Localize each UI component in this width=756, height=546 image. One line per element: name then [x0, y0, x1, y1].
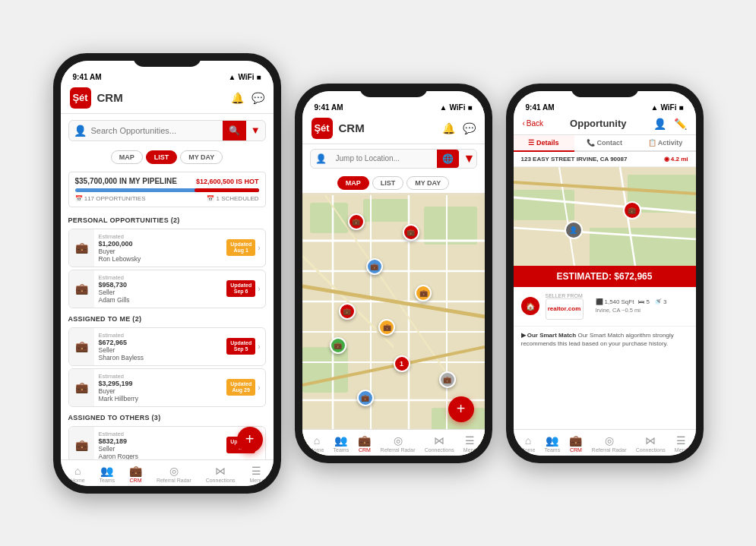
- tab-map[interactable]: MAP: [111, 150, 143, 164]
- bell-icon[interactable]: 🔔: [231, 92, 244, 104]
- seller-info-row: 🏠 SELLER FROM realtor .com ⬛: [514, 287, 696, 327]
- property-address: 123 EASY STREET IRVINE, CA 90087: [521, 156, 628, 163]
- map-view-tabs: MAP LIST MY DAY: [310, 176, 477, 190]
- nav-menu[interactable]: ☰ Menu: [249, 465, 263, 483]
- connections-icon: ⋈: [215, 465, 226, 477]
- map-pin-blue-1[interactable]: 💼: [366, 258, 383, 275]
- filter-icon[interactable]: ▼: [246, 125, 265, 136]
- detail-tab-activity[interactable]: 📋 Activity: [635, 135, 696, 152]
- opp-badge-1: UpdatedAug 1: [226, 239, 255, 257]
- map-nav-menu[interactable]: ☰ Menu: [463, 434, 477, 453]
- back-arrow-icon: ‹: [523, 119, 525, 128]
- bottom-nav-detail: ⌂ Home 👥 Teams 💼 CRM ◎ Referral Radar: [514, 429, 696, 456]
- detail-tab-details[interactable]: ☰ Details: [514, 135, 574, 152]
- status-icons: ▲ WiFi ■: [229, 73, 261, 81]
- map-pin-red-3[interactable]: 💼: [339, 303, 356, 320]
- map-tab-list[interactable]: LIST: [372, 176, 404, 190]
- address-bar: 123 EASY STREET IRVINE, CA 90087 ◉ 4.2 m…: [514, 152, 696, 167]
- detail-edit-icon[interactable]: ✏️: [674, 118, 687, 130]
- opp-label-3: Estimated: [99, 332, 218, 339]
- map-home-label: Home: [310, 447, 324, 453]
- pipeline-opp-count: 📅 117 OPPORTUNITIES: [75, 195, 146, 202]
- map-nav-radar[interactable]: ◎ Referral Radar: [381, 434, 416, 453]
- back-button[interactable]: ‹ Back: [523, 119, 544, 128]
- map-tab-map[interactable]: MAP: [337, 176, 369, 190]
- nav-radar[interactable]: ◎ Referral Radar: [157, 465, 191, 483]
- details-label: Details: [536, 139, 559, 147]
- map-fab-add[interactable]: +: [448, 396, 474, 422]
- nav-connections[interactable]: ⋈ Connections: [206, 465, 236, 483]
- detail-nav-radar[interactable]: ◎ Referral Radar: [592, 434, 627, 453]
- pipeline-amount: $35,700,000 IN MY PIPELINE: [75, 177, 177, 185]
- map-pin-gray-1[interactable]: 💼: [439, 371, 456, 388]
- map-pin-orange-1[interactable]: 💼: [415, 285, 432, 301]
- fab-add[interactable]: +: [237, 427, 263, 453]
- map-pin-blue-2[interactable]: 💼: [357, 390, 374, 406]
- bed-icon: 🛏: [638, 298, 644, 305]
- map-pin-red-2[interactable]: 💼: [348, 213, 365, 230]
- app-logo: Şét: [70, 87, 91, 109]
- detail-app-icons: 👤 ✏️: [653, 118, 687, 130]
- beds-value: 5: [646, 298, 649, 305]
- map-nav-connections[interactable]: ⋈ Connections: [425, 434, 454, 453]
- tab-list[interactable]: LIST: [146, 150, 178, 164]
- map-location-input[interactable]: [331, 150, 437, 167]
- detail-nav-teams[interactable]: 👥 Teams: [545, 434, 561, 453]
- map-location-btn[interactable]: 🌐: [437, 150, 459, 168]
- teams-icon: 👥: [100, 465, 113, 477]
- opp-card-1[interactable]: 💼 Estimated $1,200,000 Buyer Ron Lebowsk…: [68, 229, 266, 267]
- property-location: Irvine, CA ~0.5 mi: [596, 307, 688, 314]
- beds-stat: 🛏 5: [638, 298, 649, 305]
- opp-card-3[interactable]: 💼 Estimated $672,965 Seller Sharon Bayle…: [68, 327, 266, 366]
- nav-teams[interactable]: 👥 Teams: [100, 465, 115, 483]
- map-tab-myday[interactable]: MY DAY: [406, 176, 449, 190]
- map-pin-red-4[interactable]: 1: [394, 355, 410, 372]
- map-person-icon: 👤: [311, 153, 331, 164]
- opp-value-2: $958,730: [99, 281, 218, 289]
- detail-tab-contact[interactable]: 📞 Contact: [574, 135, 635, 152]
- nav-crm[interactable]: 💼 CRM: [129, 465, 142, 483]
- sqft-stat: ⬛ 1,540 SqFt: [596, 298, 634, 305]
- detail-status-icons: ▲ WiFi ■: [651, 103, 684, 112]
- opp-card-4[interactable]: 💼 Estimated $3,295,199 Buyer Mark Hillbe…: [68, 368, 266, 407]
- map-chat-icon[interactable]: 💬: [463, 122, 476, 134]
- crm-label: CRM: [130, 478, 142, 483]
- radar-icon: ◎: [169, 465, 179, 477]
- detail-map[interactable]: 💼 👤: [514, 167, 696, 266]
- section-assigned-others: ASSIGNED TO OTHERS (3): [61, 409, 274, 424]
- details-icon: ☰: [528, 139, 536, 147]
- map-bell-icon[interactable]: 🔔: [442, 122, 455, 134]
- search-input[interactable]: [91, 122, 223, 140]
- detail-crm-label: CRM: [570, 447, 582, 453]
- nav-home[interactable]: ⌂ Home: [71, 465, 85, 483]
- map-filter-icon[interactable]: ▼: [459, 152, 480, 166]
- map-nav-home[interactable]: ⌂ Home: [310, 434, 324, 453]
- map-connections-label: Connections: [425, 447, 454, 453]
- detail-map-svg: [514, 167, 696, 266]
- app-bar-detail: ‹ Back Opportunity 👤 ✏️: [514, 113, 696, 135]
- app-bar-icons: 🔔 💬: [231, 92, 264, 104]
- map-pin-orange-2[interactable]: 💼: [378, 319, 395, 336]
- tab-myday[interactable]: MY DAY: [180, 150, 223, 164]
- opp-card-2[interactable]: 💼 Estimated $958,730 Seller Adam Gills U…: [68, 270, 266, 308]
- detail-nav-home[interactable]: ⌂ Home: [521, 434, 536, 453]
- app-bar-map: Şét CRM 🔔 💬: [302, 113, 485, 144]
- estimated-banner: ESTIMATED: $672,965: [514, 266, 696, 287]
- map-nav-crm[interactable]: 💼 CRM: [358, 434, 371, 453]
- connections-label: Connections: [206, 478, 236, 483]
- map-nav-teams[interactable]: 👥 Teams: [334, 434, 350, 453]
- detail-nav-connections[interactable]: ⋈ Connections: [636, 434, 666, 453]
- detail-nav-crm[interactable]: 💼 CRM: [569, 434, 582, 453]
- bottom-nav-map: ⌂ Home 👥 Teams 💼 CRM ◎ Referral Radar: [302, 429, 485, 456]
- chat-icon[interactable]: 💬: [251, 92, 264, 104]
- opp-seller-label-5: Seller: [99, 445, 218, 453]
- map-pin-green-1[interactable]: 💼: [330, 337, 346, 354]
- teams-label: Teams: [100, 478, 115, 483]
- search-button[interactable]: 🔍: [223, 121, 246, 140]
- radar-label: Referral Radar: [157, 478, 191, 483]
- case-icon-2: 💼: [75, 282, 88, 295]
- detail-nav-menu[interactable]: ☰ Menu: [675, 434, 688, 453]
- map-pin-red-1[interactable]: 💼: [403, 224, 419, 241]
- detail-phone-icon[interactable]: 👤: [653, 118, 666, 130]
- seller-from-label: SELLER FROM: [546, 293, 584, 298]
